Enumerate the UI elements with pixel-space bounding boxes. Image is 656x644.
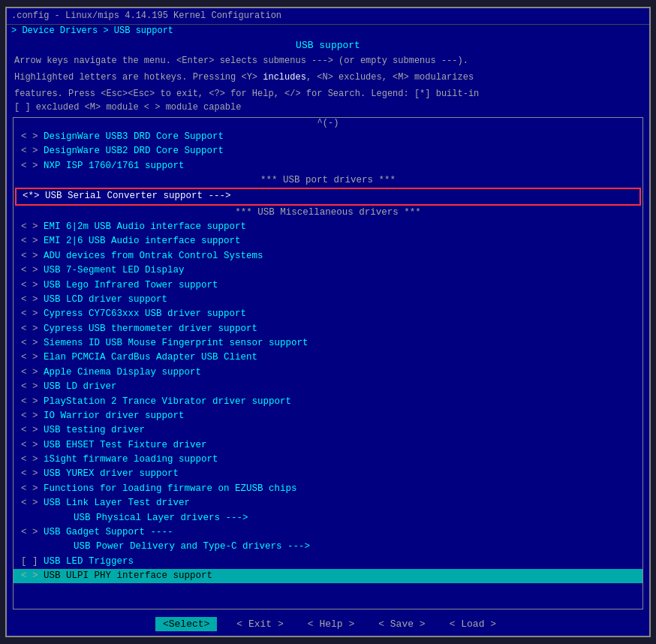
menu-item[interactable]: < > DesignWare USB3 DRD Core Support (14, 130, 642, 144)
menu-item[interactable]: < > NXP ISP 1760/1761 support (14, 159, 642, 173)
section-title: USB support (7, 37, 649, 53)
menu-item[interactable]: < > Functions for loading firmware on EZ… (14, 482, 642, 496)
section-header-label: *** USB Miscellaneous drivers *** (235, 207, 421, 218)
menu-item[interactable]: <*> USB Serial Converter support ---> (15, 188, 641, 205)
menu-item[interactable]: < > USB Gadget Support ---- (14, 525, 642, 540)
menu-item[interactable]: *** USB Miscellaneous drivers *** (14, 206, 642, 220)
window-title: .config - Linux/mips 4.14.195 Kernel Con… (11, 11, 281, 21)
help-line-3: features. Press <Esc><Esc> to exit, <?> … (7, 86, 649, 102)
menu-item[interactable]: < > Cypress CY7C63xxx USB driver support (14, 307, 642, 321)
menu-item[interactable]: < > USB EHSET Test Fixture driver (14, 438, 642, 453)
breadcrumb: > Device Drivers > USB support (7, 25, 649, 37)
menu-item[interactable]: < > USB Link Layer Test driver (14, 496, 642, 510)
section-header-label: *** USB port drivers *** (260, 175, 396, 185)
menu-item[interactable]: < > EMI 6|2m USB Audio interface support (14, 220, 642, 234)
menu-item[interactable]: < > USB YUREX driver support (14, 467, 642, 481)
title-bar: .config - Linux/mips 4.14.195 Kernel Con… (7, 8, 649, 25)
exit-button[interactable]: < Exit > (232, 617, 287, 631)
menu-item[interactable]: < > ADU devices from Ontrak Control Syst… (14, 249, 642, 263)
menu-item[interactable]: < > USB LCD driver support (14, 293, 642, 307)
menu-item[interactable]: [ ] USB LED Triggers (14, 555, 642, 569)
select-button[interactable]: <Select> (155, 617, 217, 631)
main-content: USB support Arrow keys navigate the menu… (7, 37, 649, 612)
menu-item[interactable]: < > Cypress USB thermometer driver suppo… (14, 322, 642, 336)
help-button[interactable]: < Help > (303, 617, 359, 631)
help-line-2: Highlighted letters are hotkeys. Pressin… (7, 69, 649, 86)
save-button[interactable]: < Save > (374, 617, 429, 631)
menu-item[interactable]: < > Apple Cinema Display support (14, 366, 642, 380)
load-button[interactable]: < Load > (445, 617, 501, 631)
scroll-indicator: ^(-) (14, 118, 642, 128)
legend: [ ] excluded <M> module < > module capab… (7, 102, 649, 114)
menu-item[interactable]: < > USB LD driver (14, 380, 642, 394)
menu-item[interactable]: < > PlayStation 2 Trance Vibrator driver… (14, 395, 642, 409)
terminal-window: .config - Linux/mips 4.14.195 Kernel Con… (5, 7, 651, 637)
menu-item[interactable]: < > iSight firmware loading support (14, 453, 642, 467)
menu-item[interactable]: < > USB testing driver (14, 423, 642, 438)
bottom-bar: <Select> < Exit > < Help > < Save > < Lo… (7, 612, 649, 636)
menu-item[interactable]: *** USB port drivers *** (14, 173, 642, 188)
menu-item[interactable]: < > Siemens ID USB Mouse Fingerprint sen… (14, 336, 642, 351)
menu-item[interactable]: < > EMI 2|6 USB Audio interface support (14, 234, 642, 248)
help-line-1: Arrow keys navigate the menu. <Enter> se… (7, 53, 649, 69)
menu-list: < > DesignWare USB3 DRD Core Support< > … (14, 128, 642, 609)
menu-item[interactable]: < > Elan PCMCIA CardBus Adapter USB Clie… (14, 351, 642, 365)
menu-border: ^(-) < > DesignWare USB3 DRD Core Suppor… (13, 117, 643, 609)
menu-item[interactable]: < > DesignWare USB2 DRD Core Support (14, 144, 642, 158)
menu-item[interactable]: < > USB 7-Segment LED Display (14, 263, 642, 278)
menu-item[interactable]: USB Physical Layer drivers ---> (14, 511, 642, 525)
menu-item[interactable]: USB Power Delivery and Type-C drivers --… (14, 540, 642, 554)
menu-item[interactable]: < > IO Warrior driver support (14, 409, 642, 423)
menu-item[interactable]: < > USB ULPI PHY interface support (14, 569, 642, 583)
menu-item[interactable]: < > USB Lego Infrared Tower support (14, 278, 642, 293)
